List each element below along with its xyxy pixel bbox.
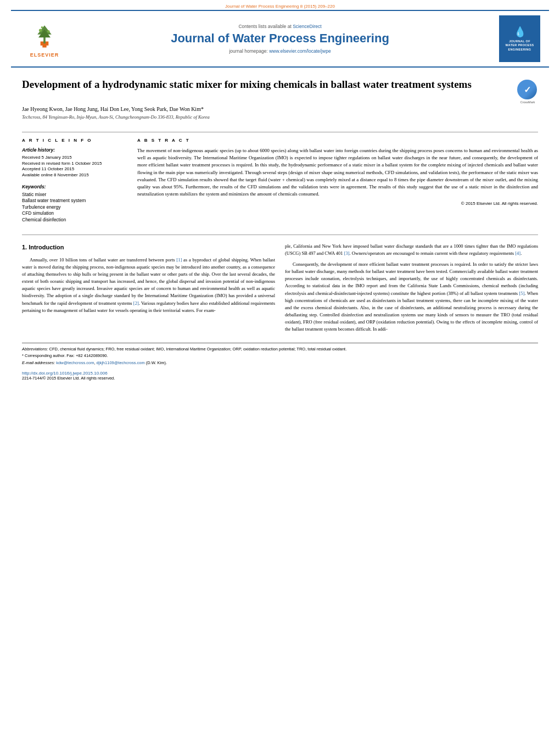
article-info-abstract: A R T I C L E I N F O Article history: R…	[22, 132, 538, 227]
corresponding-author-note: * Corresponding author. Fax: +82 4142089…	[22, 353, 538, 359]
journal-header: ELSEVIER Contents lists available at Sci…	[11, 10, 549, 68]
svg-rect-2	[43, 36, 46, 43]
doi-link[interactable]: http://dx.doi.org/10.1016/j.jwpe.2015.10…	[22, 371, 108, 376]
history-heading: Article history:	[22, 147, 126, 153]
introduction-heading: 1. Introduction	[22, 243, 275, 252]
article-info-heading: A R T I C L E I N F O	[22, 138, 126, 143]
journal-citation: Journal of Water Process Engineering 8 (…	[225, 4, 335, 9]
available-date: Available online 8 November 2015	[22, 172, 126, 177]
article-title: Development of a hydrodynamic static mix…	[22, 77, 517, 92]
keywords-block: Keywords: Static mixer Ballast water tre…	[22, 184, 126, 222]
journal-badge-area: 💧 JOURNAL OFWATER PROCESSENGINEERING	[491, 15, 540, 62]
email-note: E-mail addresses: kdw@techcross.com, djk…	[22, 360, 538, 366]
issn-copyright: 2214-7144/© 2015 Elsevier Ltd. All right…	[22, 376, 538, 381]
journal-top-bar: Journal of Water Process Engineering 8 (…	[0, 0, 560, 10]
section-divider	[22, 235, 538, 235]
intro-para-3: Consequently, the development of more ef…	[285, 261, 538, 333]
sciencedirect-link[interactable]: ScienceDirect	[293, 24, 321, 29]
keyword-3: Turbulence energy	[22, 204, 126, 210]
svg-point-6	[47, 30, 50, 32]
authors: Jae Hyeong Kwon, Jae Hong Jung, Hai Don …	[22, 106, 538, 112]
article-info-col: A R T I C L E I N F O Article history: R…	[22, 138, 126, 227]
bottom-info: http://dx.doi.org/10.1016/j.jwpe.2015.10…	[22, 370, 538, 381]
page: Journal of Water Process Engineering 8 (…	[0, 0, 560, 742]
body-content: 1. Introduction Annually, over 10 billio…	[22, 243, 538, 337]
abstract-copyright: © 2015 Elsevier Ltd. All rights reserved…	[137, 201, 538, 206]
elsevier-logo: ELSEVIER	[28, 20, 61, 58]
intro-para-2: ple, California and New York have impose…	[285, 243, 538, 257]
homepage-url[interactable]: www.elsevier.com/locate/jwpe	[269, 48, 331, 54]
journal-title-area: Contents lists available at ScienceDirec…	[69, 24, 491, 53]
footnotes: Abbreviations: CFD, chemical fluid dynam…	[22, 343, 538, 366]
water-drop-icon: 💧	[514, 26, 526, 38]
abstract-heading: A B S T R A C T	[137, 138, 538, 143]
journal-title: Journal of Water Process Engineering	[80, 31, 480, 46]
svg-point-5	[39, 29, 42, 32]
keyword-5: Chemical disinfection	[22, 217, 126, 222]
affiliation: Techcross, 84 Yenginsan-Ro, Inju-Myun, A…	[22, 114, 538, 120]
abstract-col: A B S T R A C T The movement of non-indi…	[137, 138, 538, 227]
intro-para-1: Annually, over 10 billion tons of ballas…	[22, 256, 275, 314]
body-col-left: 1. Introduction Annually, over 10 billio…	[22, 243, 275, 337]
article-history-block: Article history: Received 5 January 2015…	[22, 147, 126, 177]
email-2: djkjh1109@techcross.com	[97, 360, 145, 365]
crossmark-badge: ✓ CrossMark	[517, 80, 538, 101]
keyword-1: Static mixer	[22, 192, 126, 197]
contents-line: Contents lists available at ScienceDirec…	[80, 24, 480, 29]
keyword-4: CFD simulation	[22, 210, 126, 216]
received-revised-date: Received in revised form 1 October 2015	[22, 161, 126, 166]
keywords-heading: Keywords:	[22, 184, 126, 189]
elsevier-logo-area: ELSEVIER	[20, 20, 69, 58]
journal-homepage: journal homepage: www.elsevier.com/locat…	[80, 48, 480, 54]
email-1: kdw@techcross.com	[56, 360, 94, 365]
journal-badge: 💧 JOURNAL OFWATER PROCESSENGINEERING	[499, 15, 540, 62]
article-title-section: Development of a hydrodynamic static mix…	[0, 68, 560, 132]
article-title-row: Development of a hydrodynamic static mix…	[22, 77, 538, 101]
received-date: Received 5 January 2015	[22, 155, 126, 160]
elsevier-tree-icon	[28, 20, 61, 51]
elsevier-text: ELSEVIER	[30, 52, 59, 58]
accepted-date: Accepted 11 October 2015	[22, 166, 126, 171]
abstract-text: The movement of non-indigenous aquatic s…	[137, 147, 538, 198]
crossmark-icon: ✓	[517, 80, 537, 99]
abbreviations-note: Abbreviations: CFD, chemical fluid dynam…	[22, 347, 538, 353]
svg-point-7	[41, 26, 43, 29]
badge-text: JOURNAL OFWATER PROCESSENGINEERING	[506, 40, 534, 51]
body-col-right: ple, California and New York have impose…	[285, 243, 538, 337]
keyword-2: Ballast water treatment system	[22, 198, 126, 203]
